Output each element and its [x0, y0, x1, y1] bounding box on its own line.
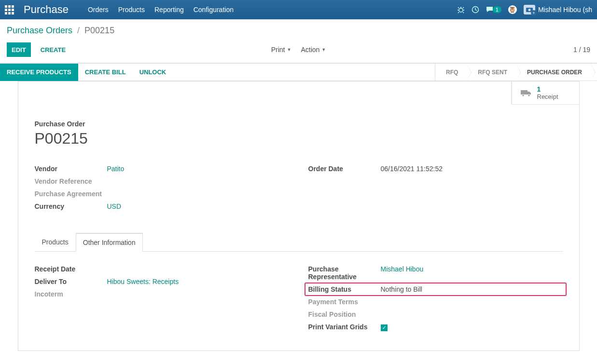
rep-value[interactable]: Mishael Hibou: [381, 265, 563, 281]
payment-terms-value: [381, 298, 563, 306]
title-label: Purchase Order: [35, 120, 563, 128]
user-name: Mishael Hibou (sh: [538, 6, 592, 13]
control-panel: Purchase Orders / P00215 EDIT CREATE Pri…: [0, 19, 597, 64]
messages-icon[interactable]: 1: [486, 6, 501, 13]
svg-point-3: [528, 9, 530, 11]
incoterm-value: [107, 290, 289, 298]
billing-status-label: Billing Status: [308, 285, 381, 293]
billing-status-value: Nothing to Bill: [381, 285, 563, 293]
billing-status-highlight: Billing Status Nothing to Bill: [305, 283, 567, 296]
receipt-date-value: [107, 265, 289, 273]
main-menu: Orders Products Reporting Configuration: [88, 6, 234, 13]
status-step-rfq[interactable]: RFQ: [435, 64, 467, 81]
svg-point-0: [459, 8, 463, 12]
vendor-value[interactable]: Patito: [107, 165, 289, 173]
status-bar: RECEIVE PRODUCTS CREATE BILL UNLOCK RFQ …: [0, 64, 597, 81]
top-nav-right: 1 🦉 + Mishael Hibou (sh: [457, 5, 592, 14]
messages-badge: 1: [493, 6, 501, 13]
tab-other-information[interactable]: Other Information: [76, 233, 143, 252]
status-step-rfq-sent[interactable]: RFQ SENT: [467, 64, 516, 81]
status-step-purchase-order[interactable]: PURCHASE ORDER: [516, 64, 591, 81]
svg-point-6: [528, 94, 529, 96]
vendor-ref-label: Vendor Reference: [35, 177, 107, 185]
breadcrumb: Purchase Orders / P00215: [7, 26, 590, 36]
print-dropdown[interactable]: Print▼: [271, 46, 292, 54]
fiscal-position-value: [381, 310, 563, 318]
print-variant-grids-value[interactable]: ✓: [381, 323, 563, 331]
create-bill-button[interactable]: CREATE BILL: [78, 64, 133, 81]
user-menu[interactable]: + Mishael Hibou (sh: [524, 5, 592, 14]
breadcrumb-parent[interactable]: Purchase Orders: [7, 26, 72, 36]
apps-icon[interactable]: [5, 5, 14, 14]
order-date-value: 06/16/2021 11:52:52: [381, 165, 563, 173]
top-nav: Purchase Orders Products Reporting Confi…: [0, 0, 597, 19]
checkbox-checked-icon[interactable]: ✓: [381, 324, 388, 331]
menu-orders[interactable]: Orders: [88, 6, 109, 13]
camera-icon: +: [524, 5, 535, 14]
create-button[interactable]: CREATE: [36, 42, 70, 57]
clock-icon[interactable]: [472, 6, 479, 13]
truck-icon: [521, 89, 532, 97]
title-value: P00215: [35, 130, 563, 148]
action-dropdown[interactable]: Action▼: [301, 46, 326, 54]
pager[interactable]: 1 / 19: [573, 46, 590, 54]
tabs: Products Other Information: [35, 232, 563, 252]
receive-products-button[interactable]: RECEIVE PRODUCTS: [0, 64, 78, 81]
owl-icon[interactable]: 🦉: [508, 5, 517, 14]
svg-rect-4: [521, 90, 528, 94]
menu-reporting[interactable]: Reporting: [154, 6, 184, 13]
deliver-to-value[interactable]: Hibou Sweets: Receipts: [107, 278, 289, 285]
receipt-stat-button[interactable]: 1 Receipt: [512, 81, 579, 104]
unlock-button[interactable]: UNLOCK: [133, 64, 173, 81]
svg-point-5: [522, 94, 524, 96]
order-date-label: Order Date: [308, 165, 381, 173]
vendor-label: Vendor: [35, 165, 107, 173]
menu-products[interactable]: Products: [118, 6, 145, 13]
menu-configuration[interactable]: Configuration: [194, 6, 234, 13]
tab-products[interactable]: Products: [35, 233, 76, 252]
rep-label: Purchase Representative: [308, 265, 381, 281]
edit-button[interactable]: EDIT: [7, 42, 31, 57]
receipt-count: 1: [537, 85, 558, 93]
print-variant-grids-label: Print Variant Grids: [308, 323, 381, 331]
currency-value[interactable]: USD: [107, 202, 289, 210]
receipt-label: Receipt: [537, 93, 558, 100]
deliver-to-label: Deliver To: [35, 278, 107, 285]
receipt-date-label: Receipt Date: [35, 265, 107, 273]
form-sheet: 1 Receipt Purchase Order P00215 Vendor P…: [18, 81, 580, 351]
agreement-value: [107, 190, 289, 198]
currency-label: Currency: [35, 202, 107, 210]
fiscal-position-label: Fiscal Position: [308, 310, 381, 318]
incoterm-label: Incoterm: [35, 290, 107, 298]
bug-icon[interactable]: [457, 6, 465, 13]
breadcrumb-current: P00215: [84, 26, 114, 36]
agreement-label: Purchase Agreement: [35, 190, 107, 198]
payment-terms-label: Payment Terms: [308, 298, 381, 306]
breadcrumb-sep: /: [77, 26, 80, 36]
brand-title[interactable]: Purchase: [24, 3, 69, 16]
vendor-ref-value: [107, 177, 289, 185]
